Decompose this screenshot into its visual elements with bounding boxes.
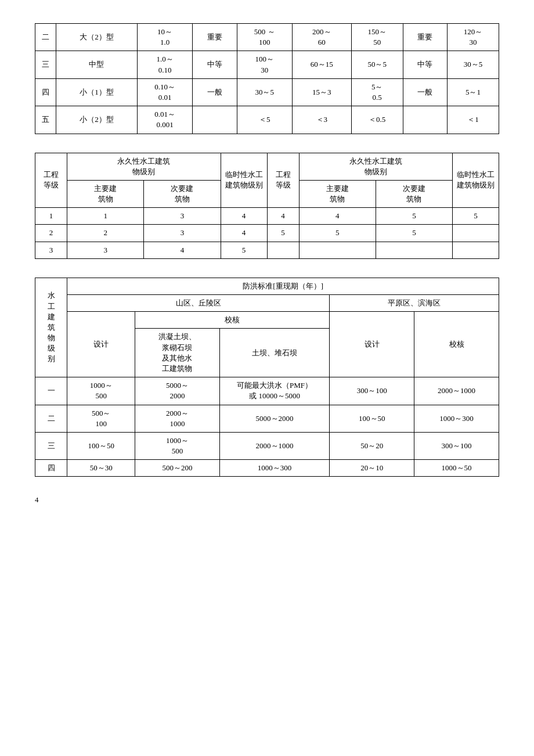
cell-grade2-r1: 4 (267, 208, 299, 225)
cell-design-right-4: 20～10 (330, 460, 414, 477)
cell-check2-3: 2000～1000 (219, 432, 330, 459)
cell-v2-4: 15～3 (292, 78, 351, 106)
table-row: 四 50～30 500～200 1000～300 20～10 1000～50 (35, 460, 499, 477)
cell-sub1-r2: 3 (144, 225, 221, 242)
cell-temp1-r3: 5 (221, 242, 267, 258)
table-row: 二 500～100 2000～1000 5000～2000 100～50 100… (35, 405, 499, 432)
header-design-left: 设计 (67, 312, 135, 377)
page-number: 4 (35, 495, 499, 505)
header-check-label: 校核 (135, 312, 330, 329)
cell-v1-2: 500 ～100 (237, 24, 292, 51)
cell-size-3: 1.0～0.10 (137, 51, 192, 78)
cell-type-5: 小（2）型 (56, 106, 138, 134)
cell-check1-1: 5000～2000 (135, 377, 220, 405)
cell-v1-5: ＜5 (237, 106, 292, 134)
header-perm-left: 永久性水工建筑物级别 (67, 153, 221, 180)
cell-v3-4: 5～0.5 (351, 78, 403, 106)
cell-grade-r1: 1 (35, 208, 67, 225)
cell-v2-5: ＜3 (292, 106, 351, 134)
cell-design-left-1: 1000～500 (67, 377, 135, 405)
header-grade-label2: 工程等级 (267, 153, 299, 208)
header-region-right: 平原区、滨海区 (330, 295, 499, 312)
cell-check2-2: 5000～2000 (219, 405, 330, 432)
cell-check-right-1: 2000～1000 (414, 377, 499, 405)
cell-temp1-r1: 4 (221, 208, 267, 225)
cell-imp2-2: 重要 (403, 24, 447, 51)
cell-imp-2: 重要 (193, 24, 237, 51)
header-main2: 主要建筑物 (299, 180, 376, 207)
header-check-right: 校核 (414, 312, 499, 377)
cell-grade-3: 三 (35, 51, 56, 78)
cell-v2-2: 200～60 (292, 24, 351, 51)
cell-check-right-2: 1000～300 (414, 405, 499, 432)
cell-grade2-r2: 5 (267, 225, 299, 242)
header-design-right: 设计 (330, 312, 414, 377)
table-row: 三 100～50 1000～500 2000～1000 50～20 300～10… (35, 432, 499, 459)
table-row: 五 小（2）型 0.01～0.001 ＜5 ＜3 ＜0.5 ＜1 (35, 106, 499, 134)
cell-grade-4: 四 (35, 78, 56, 106)
cell-temp2-r3 (453, 242, 499, 258)
section-table3: 水工建筑物级别 防洪标准[重现期（年）] 山区、丘陵区 平原区、滨海区 设计 校… (35, 278, 499, 477)
cell-design-right-1: 300～100 (330, 377, 414, 405)
table-row-header: 工程等级 永久性水工建筑物级别 临时性水工建筑物级别 工程等级 永久性水工建筑物… (35, 153, 499, 180)
cell-check-right-3: 300～100 (414, 432, 499, 459)
cell-main2-r3 (299, 242, 376, 258)
cell-v2-3: 60～15 (292, 51, 351, 78)
cell-type-4: 小（1）型 (56, 78, 138, 106)
cell-v3-3: 50～5 (351, 51, 403, 78)
section-table1: 二 大（2）型 10～1.0 重要 500 ～100 200～60 150～50… (35, 23, 499, 134)
cell-imp-4: 一般 (193, 78, 237, 106)
table-row-header-main: 水工建筑物级别 防洪标准[重现期（年）] (35, 278, 499, 294)
header-check-concrete: 洪凝土坝、浆砌石坝及其他水工建筑物 (135, 329, 220, 377)
cell-type-3: 中型 (56, 51, 138, 78)
cell-check-right-4: 1000～50 (414, 460, 499, 477)
header-grade-label: 工程等级 (35, 153, 67, 208)
cell-main1-r3: 3 (67, 242, 144, 258)
table-row: 二 大（2）型 10～1.0 重要 500 ～100 200～60 150～50… (35, 24, 499, 51)
cell-main1-r2: 2 (67, 225, 144, 242)
cell-temp2-r1: 5 (453, 208, 499, 225)
table2: 工程等级 永久性水工建筑物级别 临时性水工建筑物级别 工程等级 永久性水工建筑物… (35, 153, 499, 259)
cell-imp2-4: 一般 (403, 78, 447, 106)
cell-design-right-2: 100～50 (330, 405, 414, 432)
header-sub2: 次要建筑物 (376, 180, 452, 207)
cell-imp-3: 中等 (193, 51, 237, 78)
cell-v3-5: ＜0.5 (351, 106, 403, 134)
cell-grade-2: 二 (35, 405, 67, 432)
cell-design-left-4: 50～30 (67, 460, 135, 477)
header-perm-right: 永久性水工建筑物级别 (299, 153, 453, 180)
cell-check1-4: 500～200 (135, 460, 220, 477)
cell-check2-1: 可能最大洪水（PMF）或 10000～5000 (219, 377, 330, 405)
cell-grade-1: 一 (35, 377, 67, 405)
cell-grade-5: 五 (35, 106, 56, 134)
cell-size-5: 0.01～0.001 (137, 106, 192, 134)
cell-design-right-3: 50～20 (330, 432, 414, 459)
cell-temp1-r2: 4 (221, 225, 267, 242)
cell-grade-4: 四 (35, 460, 67, 477)
cell-sub2-r3 (376, 242, 452, 258)
cell-check1-2: 2000～1000 (135, 405, 220, 432)
cell-check1-3: 1000～500 (135, 432, 220, 459)
header-temp-left: 临时性水工建筑物级别 (221, 153, 267, 208)
cell-v4-5: ＜1 (447, 106, 499, 134)
cell-check2-4: 1000～300 (219, 460, 330, 477)
cell-size-4: 0.10～0.01 (137, 78, 192, 106)
cell-grade-r2: 2 (35, 225, 67, 242)
cell-grade2-r3 (267, 242, 299, 258)
table-row: 四 小（1）型 0.10～0.01 一般 30～5 15～3 5～0.5 一般 … (35, 78, 499, 106)
header-main1: 主要建筑物 (67, 180, 144, 207)
table3: 水工建筑物级别 防洪标准[重现期（年）] 山区、丘陵区 平原区、滨海区 设计 校… (35, 278, 499, 477)
cell-sub2-r2: 5 (376, 225, 452, 242)
cell-design-left-3: 100～50 (67, 432, 135, 459)
header-flood-standard: 防洪标准[重现期（年）] (67, 278, 499, 294)
table-row-header-check: 设计 校核 设计 校核 (35, 312, 499, 329)
cell-sub1-r1: 3 (144, 208, 221, 225)
cell-main2-r2: 5 (299, 225, 376, 242)
cell-v4-4: 5～1 (447, 78, 499, 106)
table-row-header-region: 山区、丘陵区 平原区、滨海区 (35, 295, 499, 312)
header-check-earth: 土坝、堆石坝 (219, 329, 330, 377)
header-region-left: 山区、丘陵区 (67, 295, 330, 312)
cell-type-2: 大（2）型 (56, 24, 138, 51)
table-row: 一 1000～500 5000～2000 可能最大洪水（PMF）或 10000～… (35, 377, 499, 405)
table-row: 3 3 4 5 (35, 242, 499, 258)
